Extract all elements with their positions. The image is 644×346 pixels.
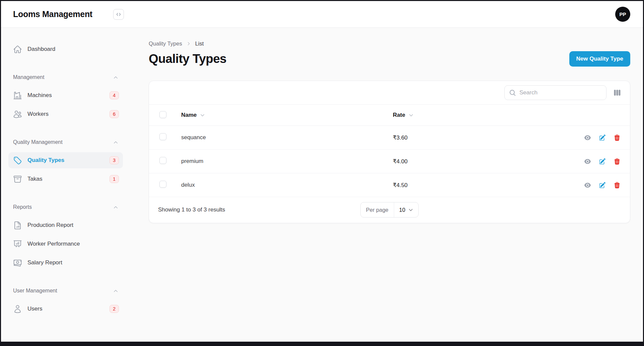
search-icon [509,89,516,96]
cell-rate: ₹4.50 [393,182,568,189]
presentation-chart-icon [13,240,22,249]
count-badge: 1 [110,175,119,183]
sidebar-item-takas[interactable]: Takas 1 [8,171,123,187]
delete-button[interactable] [614,134,621,141]
table-footer: Showing 1 to 3 of 3 results Per page 10 [149,197,630,223]
sidebar-item-label: Worker Performance [27,241,80,247]
sidebar-item-worker-performance[interactable]: Worker Performance [8,236,123,252]
view-button[interactable] [584,182,591,189]
search-input[interactable] [519,89,602,96]
sidebar-section-reports: Reports Production Report Worker Perform… [8,204,123,271]
table-header-row: Name Rate [149,105,630,126]
home-icon [13,45,22,54]
search-box [504,85,606,100]
breadcrumb-parent-link[interactable]: Quality Types [149,40,182,47]
chevron-up-icon [113,205,118,210]
table-row[interactable]: delux ₹4.50 [149,173,630,197]
chevron-up-icon [113,288,118,293]
factory-icon [13,91,22,100]
app-window: Looms Management PP Dashboard Management [0,0,644,346]
section-header-reports[interactable]: Reports [8,204,123,210]
chevron-down-icon [408,207,413,212]
pencil-square-icon [599,158,606,165]
trash-icon [614,158,621,165]
pencil-square-icon [599,134,606,141]
section-header-management[interactable]: Management [8,74,123,81]
section-header-user-management[interactable]: User Management [8,287,123,294]
per-page-select[interactable]: Per page 10 [360,202,419,218]
delete-button[interactable] [614,158,621,165]
row-checkbox[interactable] [159,133,166,140]
trash-icon [614,182,621,189]
banknotes-icon [13,258,22,267]
count-badge: 3 [110,156,119,164]
breadcrumb: Quality Types List [149,40,630,47]
document-chart-icon [13,221,22,230]
table-row[interactable]: premium ₹4.00 [149,150,630,173]
user-avatar[interactable]: PP [615,7,630,22]
column-header-rate[interactable]: Rate [393,112,568,118]
table-toolbar [149,81,630,105]
edit-button[interactable] [599,158,606,165]
count-badge: 6 [110,110,119,118]
per-page-label: Per page [361,202,394,217]
chevron-up-icon [113,75,118,80]
sidebar-item-machines[interactable]: Machines 4 [8,87,123,103]
edit-button[interactable] [599,134,606,141]
sidebar-item-production-report[interactable]: Production Report [8,217,123,233]
sort-chevron-icon [409,113,414,118]
sidebar-item-quality-types[interactable]: Quality Types 3 [8,152,123,168]
eye-icon [584,182,591,189]
sidebar-item-label: Workers [27,111,49,117]
sidebar-item-dashboard[interactable]: Dashboard [8,41,123,57]
sidebar: Dashboard Management Machines 4 Workers … [1,28,142,342]
sidebar-item-label: Machines [27,92,52,99]
count-badge: 4 [110,91,119,99]
eye-icon [584,134,591,141]
user-icon [13,305,22,314]
sidebar-item-workers[interactable]: Workers 6 [8,106,123,122]
sidebar-item-salary-report[interactable]: Salary Report [8,255,123,271]
section-header-quality-management[interactable]: Quality Management [8,139,123,146]
cell-rate: ₹3.60 [393,134,568,141]
cell-rate: ₹4.00 [393,158,568,165]
user-group-icon [13,110,22,119]
app-title: Looms Management [13,9,92,19]
chevron-right-icon [187,41,191,46]
topbar: Looms Management PP [1,1,643,28]
delete-button[interactable] [614,182,621,189]
new-quality-type-button[interactable]: New Quality Type [569,51,630,67]
sort-chevron-icon [200,113,205,118]
row-checkbox[interactable] [159,181,166,188]
sidebar-item-label: Users [27,306,42,312]
sidebar-collapse-button[interactable] [113,9,124,20]
table-row[interactable]: sequance ₹3.60 [149,126,630,150]
edit-button[interactable] [599,182,606,189]
sidebar-section-management: Management Machines 4 Workers 6 [8,74,123,122]
page-title: Quality Types [149,52,226,66]
pencil-square-icon [599,182,606,189]
per-page-value: 10 [399,207,405,213]
sidebar-item-label: Takas [27,176,42,182]
table-card: Name Rate sequance ₹3.60 [149,81,630,223]
view-button[interactable] [584,158,591,165]
sidebar-item-label: Salary Report [27,259,62,266]
view-columns-icon [613,88,622,97]
view-button[interactable] [584,134,591,141]
section-label: Quality Management [13,139,63,145]
section-label: User Management [13,288,57,294]
sidebar-item-users[interactable]: Users 2 [8,301,123,317]
sidebar-item-label: Dashboard [27,46,55,53]
column-header-name[interactable]: Name [181,112,393,118]
column-toggle-button[interactable] [613,88,622,97]
cell-name: sequance [181,134,393,141]
eye-icon [584,158,591,165]
trash-icon [614,134,621,141]
cell-name: delux [181,182,393,188]
results-summary: Showing 1 to 3 of 3 results [157,206,360,213]
section-label: Management [13,74,44,80]
breadcrumb-current: List [195,40,204,47]
main-content: Quality Types List Quality Types New Qua… [142,28,643,342]
row-checkbox[interactable] [159,157,166,164]
select-all-checkbox[interactable] [159,111,166,118]
